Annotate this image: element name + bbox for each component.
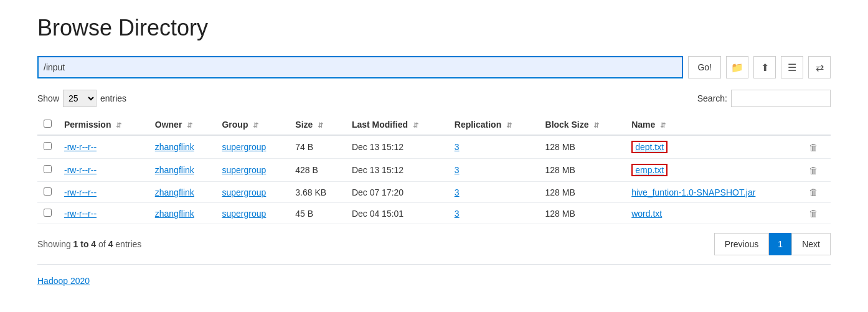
block-size-cell: 128 MB [539, 159, 626, 182]
col-header-permission: Permission ⇵ [58, 115, 149, 135]
sort-icon-name: ⇵ [660, 121, 666, 130]
sort-icon-replication: ⇵ [506, 121, 512, 130]
upload-icon-button[interactable]: ⬆ [753, 56, 776, 78]
footer-divider [37, 264, 831, 265]
show-label: Show [37, 93, 59, 103]
col-header-last-modified: Last Modified ⇵ [346, 115, 448, 135]
group-link[interactable]: supergroup [222, 187, 266, 197]
go-button[interactable]: Go! [688, 56, 721, 78]
refresh-icon-button[interactable]: ⇄ [808, 56, 831, 78]
sort-icon-owner: ⇵ [187, 121, 192, 130]
entries-select[interactable]: 10 25 50 100 [63, 90, 97, 107]
search-label: Search: [697, 93, 727, 103]
path-input[interactable] [37, 56, 683, 78]
size-cell: 428 B [289, 159, 346, 182]
hadoop-link[interactable]: Hadoop 2020 [37, 276, 831, 286]
last-modified-cell: Dec 04 15:01 [346, 203, 448, 224]
col-header-size: Size ⇵ [289, 115, 346, 135]
toolbar-row: Go! 📁 ⬆ ☰ ⇄ [37, 56, 831, 78]
sort-icon-permission: ⇵ [116, 121, 121, 130]
size-cell: 45 B [289, 203, 346, 224]
entries-label: entries [100, 93, 126, 103]
replication-link[interactable]: 3 [455, 209, 460, 219]
select-all-checkbox[interactable] [44, 120, 52, 128]
size-cell: 3.68 KB [289, 182, 346, 203]
owner-link[interactable]: zhangflink [155, 209, 194, 219]
row-checkbox[interactable] [44, 209, 52, 217]
sort-icon-size: ⇵ [318, 121, 323, 130]
replication-link[interactable]: 3 [455, 142, 460, 152]
page-title: Browse Directory [37, 15, 831, 41]
last-modified-cell: Dec 07 17:20 [346, 182, 448, 203]
owner-link[interactable]: zhangflink [155, 187, 194, 197]
permission-link[interactable]: -rw-r--r-- [64, 209, 97, 219]
last-modified-cell: Dec 13 15:12 [346, 135, 448, 159]
row-checkbox[interactable] [44, 187, 52, 196]
previous-button[interactable]: Previous [714, 233, 769, 255]
group-link[interactable]: supergroup [222, 165, 266, 175]
file-name-link[interactable]: hive_funtion-1.0-SNAPSHOT.jar [631, 187, 755, 197]
permission-link[interactable]: -rw-r--r-- [64, 187, 97, 197]
sort-icon-group: ⇵ [253, 121, 258, 130]
col-header-actions [803, 115, 831, 135]
replication-link[interactable]: 3 [455, 165, 460, 175]
col-header-group: Group ⇵ [215, 115, 289, 135]
next-button[interactable]: Next [791, 233, 831, 255]
controls-row: Show 10 25 50 100 entries Search: [37, 90, 831, 107]
group-link[interactable]: supergroup [222, 142, 266, 152]
delete-icon[interactable]: 🗑 [809, 142, 818, 153]
row-checkbox[interactable] [44, 165, 52, 173]
folder-icon-button[interactable]: 📁 [726, 56, 748, 78]
file-name-link[interactable]: emp.txt [635, 165, 664, 175]
delete-icon[interactable]: 🗑 [809, 208, 818, 219]
footer-row: Showing 1 to 4 of 4 entries Previous 1 N… [37, 233, 831, 255]
file-name-link[interactable]: word.txt [631, 209, 662, 219]
col-header-name: Name ⇵ [625, 115, 802, 135]
owner-link[interactable]: zhangflink [155, 165, 194, 175]
permission-link[interactable]: -rw-r--r-- [64, 165, 97, 175]
table-row: -rw-r--r-- zhangflink supergroup 45 B De… [37, 203, 831, 224]
search-input[interactable] [731, 90, 831, 107]
show-entries: Show 10 25 50 100 entries [37, 90, 126, 107]
row-checkbox[interactable] [44, 142, 52, 150]
block-size-cell: 128 MB [539, 182, 626, 203]
table-row: -rw-r--r-- zhangflink supergroup 428 B D… [37, 159, 831, 182]
list-icon: ☰ [788, 62, 796, 73]
size-cell: 74 B [289, 135, 346, 159]
search-row: Search: [697, 90, 831, 107]
table-row: -rw-r--r-- zhangflink supergroup 3.68 KB… [37, 182, 831, 203]
folder-icon: 📁 [731, 62, 743, 73]
owner-link[interactable]: zhangflink [155, 142, 194, 152]
permission-link[interactable]: -rw-r--r-- [64, 142, 97, 152]
col-header-owner: Owner ⇵ [149, 115, 216, 135]
block-size-cell: 128 MB [539, 203, 626, 224]
delete-icon[interactable]: 🗑 [809, 187, 818, 197]
sort-icon-last-modified: ⇵ [413, 121, 418, 130]
last-modified-cell: Dec 13 15:12 [346, 159, 448, 182]
table-body: -rw-r--r-- zhangflink supergroup 74 B De… [37, 135, 831, 224]
page-number-1[interactable]: 1 [769, 233, 791, 255]
refresh-icon: ⇄ [816, 62, 824, 73]
select-all-header [37, 115, 58, 135]
directory-table: Permission ⇵ Owner ⇵ Group ⇵ Size ⇵ Last… [37, 115, 831, 224]
block-size-cell: 128 MB [539, 135, 626, 159]
table-header: Permission ⇵ Owner ⇵ Group ⇵ Size ⇵ Last… [37, 115, 831, 135]
col-header-block-size: Block Size ⇵ [539, 115, 626, 135]
replication-link[interactable]: 3 [455, 187, 460, 197]
list-icon-button[interactable]: ☰ [781, 56, 803, 78]
sort-icon-block-size: ⇵ [593, 121, 599, 130]
col-header-replication: Replication ⇵ [448, 115, 539, 135]
showing-text: Showing 1 to 4 of 4 entries [37, 239, 141, 249]
group-link[interactable]: supergroup [222, 209, 266, 219]
table-row: -rw-r--r-- zhangflink supergroup 74 B De… [37, 135, 831, 159]
delete-icon[interactable]: 🗑 [809, 165, 818, 176]
file-name-link[interactable]: dept.txt [635, 142, 664, 152]
upload-icon: ⬆ [761, 62, 769, 73]
pagination: Previous 1 Next [714, 233, 831, 255]
